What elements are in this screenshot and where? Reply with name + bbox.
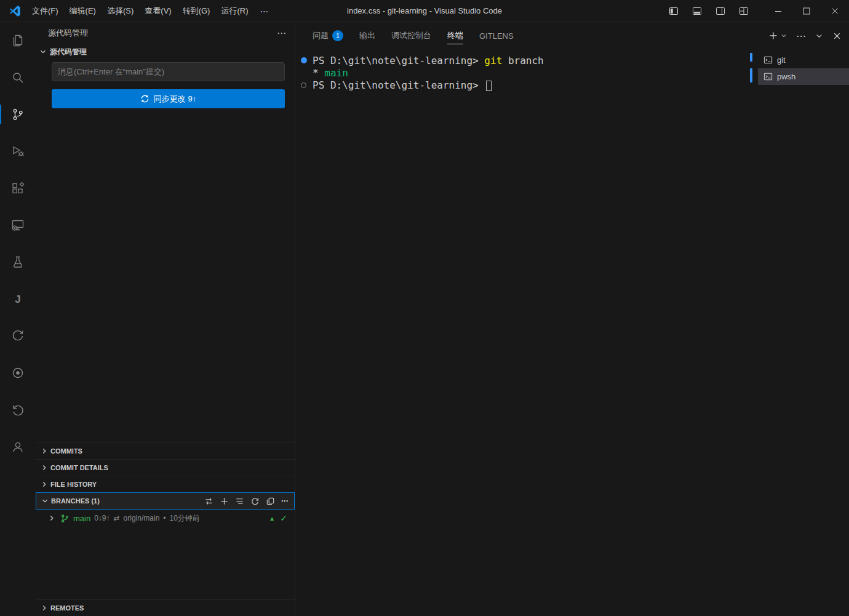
title-bar: 文件(F) 编辑(E) 选择(S) 查看(V) 转到(G) 运行(R) ⋯ in… (0, 0, 849, 22)
run-and-debug-icon[interactable] (0, 133, 36, 170)
commit-details-section-label: COMMIT DETAILS (50, 464, 108, 471)
copy-icon[interactable] (266, 497, 275, 506)
chevron-right-icon (39, 463, 49, 473)
tab-gitlens[interactable]: GITLENS (479, 22, 514, 49)
extension-c-icon[interactable] (0, 391, 36, 428)
remote-explorer-icon[interactable] (0, 207, 36, 244)
sync-changes-button[interactable]: 同步更改 9↑ (52, 89, 285, 108)
customize-layout-button[interactable] (732, 0, 755, 22)
terminal-cursor (486, 81, 492, 91)
tab-debug-console-label: 调试控制台 (391, 30, 431, 41)
jupyter-icon[interactable]: J (0, 281, 36, 318)
tab-output-label: 输出 (359, 30, 375, 41)
git-branch-icon (60, 514, 70, 523)
terminal-profile-chevron-icon[interactable] (780, 32, 787, 39)
commit-message-input[interactable] (52, 62, 285, 81)
tab-debug-console[interactable]: 调试控制台 (391, 22, 431, 49)
branch-sync-icon: ⇄ (114, 514, 120, 522)
commits-section-label: COMMITS (50, 447, 82, 455)
extensions-icon[interactable] (0, 170, 36, 207)
menu-edit[interactable]: 编辑(E) (64, 0, 102, 22)
scm-body: 同步更改 9↑ (36, 60, 295, 114)
source-control-sidebar: 源代码管理 ⋯ 源代码管理 同步更改 9↑ (36, 22, 295, 616)
branches-section-header[interactable]: BRANCHES (1) (36, 492, 295, 510)
terminal-command: git (484, 55, 502, 66)
branch-row-main[interactable]: main 0↓9↑ ⇄ origin/main • 10分钟前 ▲ ✓ (36, 510, 295, 527)
terminal-icon (763, 72, 773, 81)
command-decoration-success-icon[interactable] (301, 57, 307, 63)
sync-icon (140, 94, 149, 103)
terminal-output[interactable]: PS D:\git\note\git-learning> git branch … (295, 49, 758, 616)
tab-terminal[interactable]: 终端 (447, 22, 463, 49)
gitlens-panes: COMMITS COMMIT DETAILS FILE HISTORY (36, 442, 295, 616)
vscode-window: 文件(F) 编辑(E) 选择(S) 查看(V) 转到(G) 运行(R) ⋯ in… (0, 0, 849, 616)
branch-last-commit-time: 10分钟前 (170, 513, 200, 524)
toggle-panel-button[interactable] (685, 0, 709, 22)
terminal-list-label: git (777, 55, 786, 65)
commits-section-header[interactable]: COMMITS (36, 442, 295, 459)
window-controls (662, 0, 849, 22)
tab-problems[interactable]: 问题 1 (313, 22, 343, 49)
toggle-secondary-sidebar-button[interactable] (709, 0, 732, 22)
bottom-panel: 问题 1 输出 调试控制台 终端 GITLENS (295, 22, 849, 616)
panel-tabs: 问题 1 输出 调试控制台 终端 GITLENS (313, 22, 514, 49)
refresh-icon[interactable] (250, 497, 260, 506)
terminal-prompt: PS D:\git\note\git-learning> (313, 79, 484, 91)
command-decoration-pending-icon[interactable] (301, 82, 306, 88)
menu-file[interactable]: 文件(F) (26, 0, 64, 22)
more-actions-icon[interactable]: ⋯ (281, 497, 288, 505)
remotes-section-label: REMOTES (50, 604, 84, 612)
branches-section-label: BRANCHES (1) (51, 497, 100, 505)
extension-b-icon[interactable] (0, 354, 36, 391)
chevron-down-icon (40, 496, 50, 506)
terminal-output-branch: main (324, 67, 348, 79)
tab-problems-label: 问题 (313, 30, 329, 41)
minimize-button[interactable] (764, 0, 792, 22)
terminal-list-item-git[interactable]: git (758, 52, 849, 68)
menu-more-button[interactable]: ⋯ (253, 6, 274, 16)
new-terminal-icon[interactable] (768, 31, 778, 41)
terminal-line: PS D:\git\note\git-learning> (295, 79, 758, 91)
menu-view[interactable]: 查看(V) (139, 0, 177, 22)
file-history-section-header[interactable]: FILE HISTORY (36, 476, 295, 492)
add-branch-icon[interactable] (220, 497, 229, 506)
overview-ruler-decoration (750, 68, 752, 82)
view-as-list-icon[interactable] (235, 497, 244, 506)
branch-ahead-behind: 0↓9↑ (94, 514, 110, 522)
tab-output[interactable]: 输出 (359, 22, 375, 49)
commit-details-section-header[interactable]: COMMIT DETAILS (36, 459, 295, 476)
overview-ruler-decoration (750, 53, 752, 62)
panel-chevron-down-icon[interactable] (815, 31, 824, 41)
panel-actions: ⋯ (768, 30, 842, 42)
source-control-icon[interactable] (0, 96, 36, 133)
tab-terminal-label: 终端 (447, 30, 463, 41)
switch-branch-icon[interactable] (204, 497, 213, 506)
panel-close-icon[interactable] (832, 31, 842, 41)
remotes-section-header[interactable]: REMOTES (36, 599, 295, 616)
testing-icon[interactable] (0, 244, 36, 281)
terminal-list-item-pwsh[interactable]: pwsh (758, 68, 849, 85)
sync-button-label: 同步更改 9↑ (154, 94, 196, 105)
extension-a-icon[interactable] (0, 318, 36, 354)
panel-more-actions-icon[interactable]: ⋯ (796, 30, 806, 42)
maximize-button[interactable] (792, 0, 821, 22)
chevron-right-icon (47, 513, 57, 523)
scm-section-header[interactable]: 源代码管理 (36, 44, 295, 60)
menu-selection[interactable]: 选择(S) (102, 0, 139, 22)
branch-ahead-icon: ▲ (269, 515, 275, 522)
sidebar-more-button[interactable]: ⋯ (277, 28, 286, 39)
terminal-prompt: PS D:\git\note\git-learning> (313, 55, 484, 66)
terminal-line: * main (295, 66, 758, 79)
terminal-panel-body: PS D:\git\note\git-learning> git branch … (295, 49, 849, 616)
toggle-primary-sidebar-button[interactable] (662, 0, 685, 22)
menu-run[interactable]: 运行(R) (215, 0, 253, 22)
branch-name: main (73, 514, 90, 523)
menu-go[interactable]: 转到(G) (177, 0, 216, 22)
search-icon[interactable] (0, 59, 36, 96)
explorer-icon[interactable] (0, 22, 36, 59)
sidebar-title-row: 源代码管理 ⋯ (36, 22, 295, 44)
terminal-tabs-list: git pwsh (758, 49, 849, 616)
account-icon[interactable] (0, 428, 36, 465)
terminal-command-args: branch (502, 55, 543, 66)
close-button[interactable] (821, 0, 849, 22)
